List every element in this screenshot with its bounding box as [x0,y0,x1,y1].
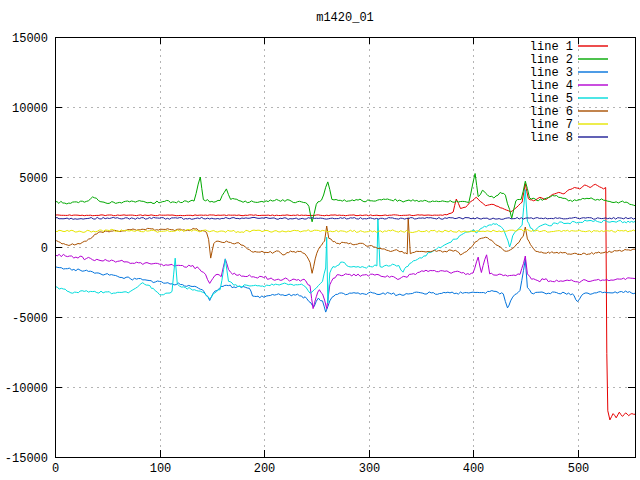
legend-item: line 4 [530,79,608,93]
series-line-7 [55,229,635,232]
y-tick-label: -10000 [5,382,48,396]
x-tick-label: 200 [254,462,276,476]
legend: line 1line 2line 3line 4line 5line 6line… [530,40,608,145]
series-line-6 [55,218,635,274]
x-tick-label: 500 [568,462,590,476]
y-tick-label: -5000 [12,312,48,326]
x-tick-label: 0 [52,462,59,476]
legend-label: line 7 [530,118,573,132]
legend-label: line 8 [530,131,573,145]
legend-label: line 6 [530,105,573,119]
legend-item: line 7 [530,118,608,132]
legend-label: line 4 [530,79,573,93]
legend-item: line 5 [530,92,608,106]
legend-label: line 3 [530,66,573,80]
series-line-8 [55,217,635,219]
legend-label: line 5 [530,92,573,106]
series-line-3 [55,260,635,313]
legend-item: line 8 [530,131,608,145]
legend-item: line 2 [530,53,608,67]
legend-label: line 2 [530,53,573,67]
chart-title: m1420_01 [316,11,374,25]
chart-canvas: 0100200300400500-15000-10000-50000500010… [0,0,640,480]
y-tick-label: 15000 [12,32,48,46]
legend-item: line 1 [530,40,608,54]
x-tick-label: 400 [463,462,485,476]
x-tick-label: 300 [359,462,381,476]
legend-label: line 1 [530,40,573,54]
y-tick-label: 10000 [12,102,48,116]
series-line-5 [55,190,635,303]
y-tick-label: 5000 [19,172,48,186]
y-tick-label: 0 [41,242,48,256]
series-line-2 [55,174,635,222]
plot-window: 0100200300400500-15000-10000-50000500010… [0,0,640,480]
x-tick-label: 100 [150,462,172,476]
y-tick-label: -15000 [5,452,48,466]
legend-item: line 3 [530,66,608,80]
series-layer [55,174,635,420]
